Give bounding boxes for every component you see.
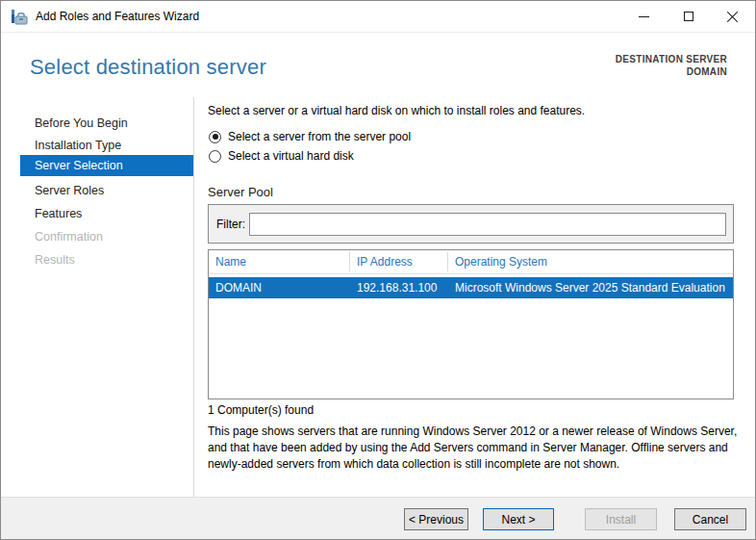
destination-server-name: DOMAIN (616, 66, 727, 77)
table-row-domain[interactable]: DOMAIN 192.168.31.100 Microsoft Windows … (209, 277, 733, 298)
intro-text: Select a server or a virtual hard disk o… (208, 104, 585, 117)
column-separator (447, 252, 448, 271)
install-button: Install (585, 508, 657, 530)
sidebar-item-features[interactable]: Features (20, 203, 193, 224)
previous-button[interactable]: < Previous (404, 508, 468, 530)
cell-name: DOMAIN (209, 277, 349, 298)
radio-select-server-pool[interactable]: Select a server from the server pool (209, 130, 411, 143)
sidebar-item-before-you-begin[interactable]: Before You Begin (20, 113, 193, 134)
title-bar: Add Roles and Features Wizard (1, 1, 755, 33)
radio-select-vhd[interactable]: Select a virtual hard disk (209, 149, 354, 163)
cell-ip-address: 192.168.31.100 (350, 277, 447, 298)
wizard-window: Add Roles and Features Wizard Select des… (0, 0, 756, 540)
cell-operating-system: Microsoft Windows Server 2025 Standard E… (448, 277, 735, 298)
sidebar-divider (193, 97, 194, 499)
footer-bar: < Previous Next > Install Cancel (1, 497, 755, 539)
server-manager-icon (11, 9, 28, 26)
column-header-name[interactable]: Name (209, 250, 349, 273)
minimize-button[interactable] (622, 1, 667, 33)
radio-selected-icon (209, 131, 221, 143)
close-icon (727, 11, 739, 22)
radio-label: Select a server from the server pool (228, 130, 411, 143)
header-divider (209, 273, 733, 274)
column-header-operating-system[interactable]: Operating System (448, 250, 733, 273)
table-header-row: Name IP Address Operating System (209, 250, 733, 273)
sidebar-item-results: Results (20, 249, 193, 270)
window-title: Add Roles and Features Wizard (36, 10, 199, 23)
close-button[interactable] (711, 1, 755, 33)
sidebar-item-server-roles[interactable]: Server Roles (20, 180, 193, 201)
filter-panel: Filter: (208, 204, 734, 244)
radio-unselected-icon (209, 150, 221, 163)
maximize-icon (684, 12, 693, 21)
computers-found-text: 1 Computer(s) found (208, 403, 314, 417)
sidebar-item-installation-type[interactable]: Installation Type (20, 135, 193, 156)
radio-label: Select a virtual hard disk (228, 149, 354, 163)
maximize-button[interactable] (667, 1, 711, 33)
filter-label: Filter: (216, 218, 245, 231)
destination-server-block: DESTINATION SERVER DOMAIN (616, 54, 727, 77)
column-header-ip-address[interactable]: IP Address (350, 250, 447, 273)
cancel-button[interactable]: Cancel (674, 508, 746, 530)
page-title: Select destination server (30, 55, 266, 80)
column-separator (349, 252, 350, 271)
minimize-icon (639, 16, 649, 17)
destination-server-label: DESTINATION SERVER (616, 54, 727, 64)
filter-input[interactable] (249, 213, 726, 236)
server-pool-table: Name IP Address Operating System DOMAIN … (208, 249, 734, 399)
sidebar-item-confirmation: Confirmation (20, 226, 193, 247)
sidebar-item-server-selection[interactable]: Server Selection (20, 155, 193, 176)
next-button[interactable]: Next > (483, 508, 554, 530)
server-pool-heading: Server Pool (208, 185, 273, 199)
page-description: This page shows servers that are running… (208, 424, 746, 473)
